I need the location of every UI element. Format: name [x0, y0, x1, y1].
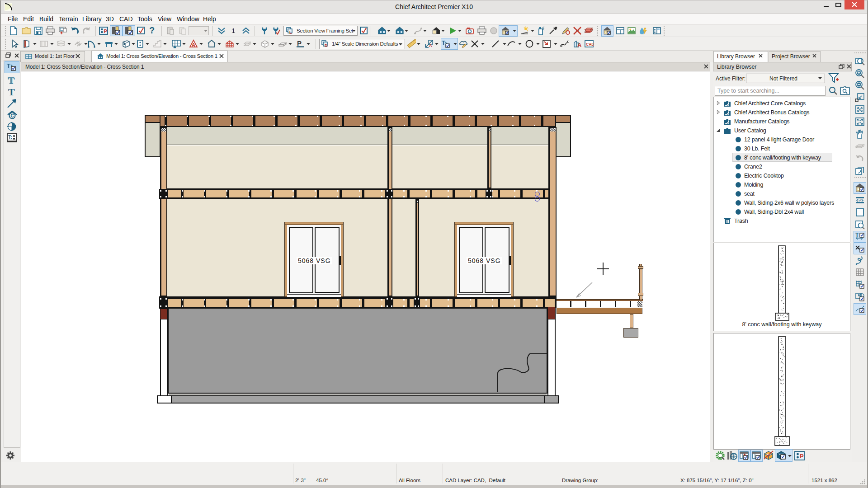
svg-text:T: T	[7, 62, 10, 69]
svg-text:T:: T:	[8, 134, 12, 140]
svg-text:C: C	[11, 113, 14, 118]
svg-text:P: P	[800, 453, 804, 460]
svg-text:P: P	[104, 28, 107, 34]
svg-text:T: T	[442, 39, 445, 46]
svg-text:CAD: CAD	[586, 42, 594, 47]
svg-text:⇄: ⇄	[859, 198, 862, 202]
svg-text:A: A	[192, 42, 195, 47]
svg-text:A: A	[577, 42, 582, 48]
svg-text:D: D	[325, 43, 328, 48]
svg-text:A: A	[429, 43, 432, 48]
svg-text:L: L	[289, 30, 292, 35]
svg-text:P: P	[297, 39, 302, 47]
